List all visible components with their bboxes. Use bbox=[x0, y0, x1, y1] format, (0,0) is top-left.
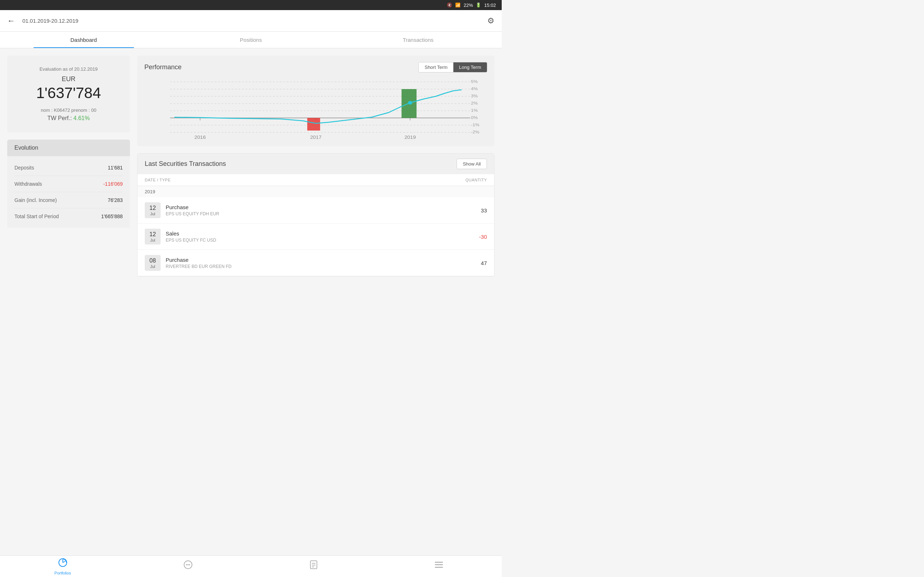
status-bar: 🔇 📶 22% 🔋 15:02 bbox=[0, 0, 502, 10]
left-panel: Evaluation as of 20.12.2019 EUR 1'637'78… bbox=[7, 56, 130, 277]
eval-amount: 1'637'784 bbox=[15, 84, 123, 102]
deposits-label: Deposits bbox=[15, 165, 34, 171]
main-content: Evaluation as of 20.12.2019 EUR 1'637'78… bbox=[0, 48, 502, 284]
evaluation-card: Evaluation as of 20.12.2019 EUR 1'637'78… bbox=[7, 56, 130, 132]
short-term-button[interactable]: Short Term bbox=[419, 62, 453, 72]
trans-info-1: Purchase EPS US EQUITY FDH EUR bbox=[166, 204, 476, 216]
wifi-icon: 📶 bbox=[455, 3, 460, 8]
trans-day-2: 12 bbox=[149, 231, 156, 238]
time-display: 15:02 bbox=[484, 3, 496, 8]
evolution-header: Evolution bbox=[7, 140, 130, 156]
svg-point-24 bbox=[408, 101, 412, 105]
svg-text:1%: 1% bbox=[471, 108, 478, 113]
tab-positions[interactable]: Positions bbox=[167, 32, 334, 48]
performance-card: Performance Short Term Long Term bbox=[137, 56, 494, 146]
tab-transactions[interactable]: Transactions bbox=[334, 32, 502, 48]
tab-dashboard[interactable]: Dashboard bbox=[0, 32, 167, 48]
long-term-button[interactable]: Long Term bbox=[453, 62, 487, 72]
trans-security-2: EPS US EQUITY FC USD bbox=[166, 238, 474, 243]
trans-header: Last Securities Transactions Show All bbox=[137, 154, 494, 174]
trans-day-3: 08 bbox=[149, 257, 156, 264]
trans-month-2: Jul bbox=[150, 238, 155, 242]
svg-text:2019: 2019 bbox=[404, 135, 416, 140]
transaction-row: 12 Jul Purchase EPS US EQUITY FDH EUR 33 bbox=[137, 197, 494, 224]
gain-value: 76'283 bbox=[108, 197, 123, 203]
svg-text:4%: 4% bbox=[471, 87, 478, 91]
eval-label: Evaluation as of 20.12.2019 bbox=[15, 66, 123, 72]
trans-security-1: EPS US EQUITY FDH EUR bbox=[166, 211, 476, 216]
svg-text:2%: 2% bbox=[471, 101, 478, 106]
svg-text:0%: 0% bbox=[471, 115, 478, 120]
evolution-row-gain: Gain (incl. Income) 76'283 bbox=[15, 192, 123, 208]
deposits-value: 11'681 bbox=[108, 165, 123, 171]
chart-area: 5% 4% 3% 2% 1% 0% -1% -2% 2016 2017 2019 bbox=[144, 78, 487, 140]
trans-date-box-3: 08 Jul bbox=[145, 255, 161, 271]
back-button[interactable]: ← bbox=[7, 16, 15, 26]
trans-qty-2: -30 bbox=[479, 234, 487, 240]
show-all-button[interactable]: Show All bbox=[457, 159, 487, 169]
svg-text:-2%: -2% bbox=[471, 130, 480, 134]
transaction-row: 12 Jul Sales EPS US EQUITY FC USD -30 bbox=[137, 224, 494, 250]
mute-icon: 🔇 bbox=[447, 3, 452, 8]
total-label: Total Start of Period bbox=[15, 213, 59, 219]
term-toggle: Short Term Long Term bbox=[418, 62, 487, 73]
trans-type-1: Purchase bbox=[166, 204, 476, 210]
trans-month-3: Jul bbox=[150, 264, 155, 269]
svg-text:2016: 2016 bbox=[195, 135, 206, 140]
gain-label: Gain (incl. Income) bbox=[15, 197, 57, 203]
trans-day-1: 12 bbox=[149, 205, 156, 211]
svg-text:5%: 5% bbox=[471, 79, 478, 84]
trans-date-box-2: 12 Jul bbox=[145, 229, 161, 245]
date-range: 01.01.2019-20.12.2019 bbox=[23, 18, 78, 24]
evolution-card: Evolution Deposits 11'681 Withdrawals -1… bbox=[7, 140, 130, 228]
perf-header: Performance Short Term Long Term bbox=[144, 62, 487, 73]
trans-info-3: Purchase RIVERTREE BD EUR GREEN FD bbox=[166, 257, 476, 269]
svg-text:-1%: -1% bbox=[471, 122, 480, 127]
evolution-rows: Deposits 11'681 Withdrawals -116'069 Gai… bbox=[7, 156, 130, 228]
trans-info-2: Sales EPS US EQUITY FC USD bbox=[166, 230, 474, 243]
col-date-type: DATE / TYPE bbox=[145, 178, 171, 182]
evolution-row-withdrawals: Withdrawals -116'069 bbox=[15, 176, 123, 192]
evolution-row-deposits: Deposits 11'681 bbox=[15, 160, 123, 176]
right-panel: Performance Short Term Long Term bbox=[137, 56, 494, 277]
withdrawals-value: -116'069 bbox=[103, 181, 123, 187]
trans-qty-3: 47 bbox=[481, 260, 487, 266]
eval-perf: TW Perf.: 4.61% bbox=[15, 115, 123, 121]
battery-icon: 🔋 bbox=[476, 3, 481, 8]
top-nav: ← 01.01.2019-20.12.2019 ⚙ bbox=[0, 10, 502, 32]
col-quantity: QUANTITY bbox=[465, 178, 487, 182]
total-value: 1'665'888 bbox=[101, 213, 123, 219]
eval-nom: nom : K06472 prenom : 00 bbox=[15, 108, 123, 113]
withdrawals-label: Withdrawals bbox=[15, 181, 42, 187]
evolution-row-total: Total Start of Period 1'665'888 bbox=[15, 208, 123, 224]
trans-type-2: Sales bbox=[166, 230, 474, 237]
battery-level: 22% bbox=[464, 3, 473, 8]
trans-month-1: Jul bbox=[150, 212, 155, 216]
tab-nav: Dashboard Positions Transactions bbox=[0, 32, 502, 48]
trans-type-3: Purchase bbox=[166, 257, 476, 263]
performance-chart: 5% 4% 3% 2% 1% 0% -1% -2% 2016 2017 2019 bbox=[144, 78, 487, 140]
svg-text:2017: 2017 bbox=[310, 135, 321, 140]
trans-col-headers: DATE / TYPE QUANTITY bbox=[137, 174, 494, 186]
svg-rect-22 bbox=[307, 118, 320, 131]
transactions-card: Last Securities Transactions Show All DA… bbox=[137, 153, 494, 277]
settings-button[interactable]: ⚙ bbox=[487, 16, 494, 26]
trans-qty-1: 33 bbox=[481, 207, 487, 213]
perf-title: Performance bbox=[144, 63, 181, 71]
trans-date-box-1: 12 Jul bbox=[145, 202, 161, 218]
trans-title: Last Securities Transactions bbox=[145, 160, 226, 168]
trans-year-group: 2019 bbox=[137, 186, 494, 197]
transaction-row: 08 Jul Purchase RIVERTREE BD EUR GREEN F… bbox=[137, 250, 494, 276]
svg-text:3%: 3% bbox=[471, 94, 478, 98]
tw-perf-value: 4.61% bbox=[73, 115, 89, 121]
trans-security-3: RIVERTREE BD EUR GREEN FD bbox=[166, 264, 476, 269]
eval-currency: EUR bbox=[15, 76, 123, 83]
